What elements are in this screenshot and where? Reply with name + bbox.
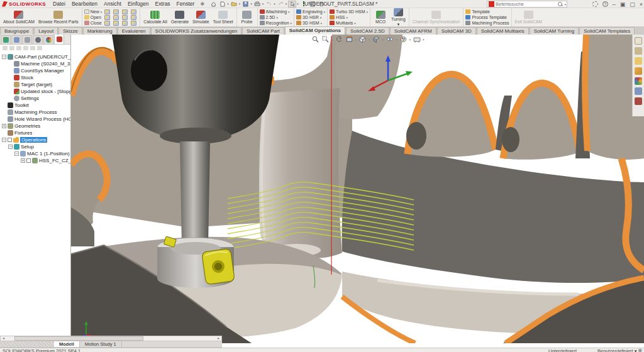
imachining-caret-icon[interactable]: ▾ (288, 10, 290, 14)
exit-solidcam-button[interactable]: Exit SolidCAM (514, 10, 543, 25)
tab-dimxpertmanager[interactable] (33, 35, 43, 44)
pin-menu-icon[interactable]: ✱ (197, 1, 207, 7)
graphics-area[interactable] (71, 35, 644, 343)
recognition-button[interactable]: Recognition▾ (260, 21, 292, 26)
tree-item-fixtures[interactable]: Fixtures (0, 129, 70, 136)
tab-solidcam-part[interactable]: SolidCAM Part (242, 27, 284, 35)
view-settings-icon[interactable] (413, 35, 421, 43)
part-doc-icon[interactable] (122, 21, 128, 26)
filter-icon[interactable] (16, 46, 21, 50)
save-caret-icon[interactable]: ▾ (250, 2, 252, 6)
tree-item-hole-wizard-process[interactable]: Hole Wizard Process (HOLE PROCESSES - SO… (0, 116, 70, 123)
command-search[interactable]: ▾ (487, 1, 567, 8)
generate-button[interactable]: Generate (170, 10, 190, 25)
select-tool-icon[interactable] (288, 1, 296, 8)
hide-show-items-icon[interactable] (386, 35, 394, 43)
save-icon[interactable] (242, 1, 250, 8)
assembly-doc-icon[interactable] (113, 21, 119, 26)
print-icon[interactable] (253, 1, 262, 8)
process-template-button[interactable]: Process Template (465, 15, 509, 20)
part-doc-icon[interactable] (104, 21, 110, 26)
tree-item-mac1[interactable]: −MAC 1 (1-Position) (0, 150, 70, 157)
part-doc-icon[interactable] (122, 9, 128, 14)
undo-icon[interactable] (265, 1, 273, 8)
tab-propertymanager[interactable] (11, 35, 21, 44)
machining-process-button[interactable]: Machining Process (465, 21, 509, 26)
tab-configurationmanager[interactable] (22, 35, 32, 44)
home-icon[interactable] (209, 1, 218, 8)
tab-layout[interactable]: Layout (34, 27, 58, 35)
tab-solidcam-multiaxis[interactable]: SolidCAM Multiaxis (477, 27, 529, 35)
menu-datei[interactable]: Datei (50, 1, 69, 7)
tab-drag-zone[interactable] (0, 341, 54, 347)
menu-fenster[interactable]: Fenster (174, 1, 198, 7)
multiaxis-button[interactable]: Multiaxis▾ (330, 21, 368, 26)
select-caret-icon[interactable]: ▾ (297, 2, 299, 6)
scroll-right-icon[interactable]: ▸ (216, 336, 221, 341)
tree-item-coordsys-manager[interactable]: CoordSys Manager (0, 67, 70, 74)
simulate-button[interactable]: Simulate (191, 10, 210, 25)
tab-evaluieren[interactable]: Evaluieren (118, 27, 150, 35)
tab-solidcam-3d[interactable]: SolidCAM 3D (437, 27, 476, 35)
undo-caret-icon[interactable]: ▾ (274, 2, 275, 6)
collapse-icon[interactable]: − (14, 151, 19, 156)
search-caret-icon[interactable]: ▾ (564, 3, 566, 6)
status-units-selector[interactable]: Benutzerdefiniert ▾ (597, 348, 637, 352)
tree-item-machining-process[interactable]: Machining Process (0, 109, 70, 116)
open-button[interactable]: Open (84, 15, 103, 20)
tab-solidcam-templates[interactable]: SolidCAM Templates (579, 27, 635, 35)
tree-item-setup[interactable]: −Setup (0, 143, 70, 150)
operation-checkbox[interactable] (26, 158, 31, 163)
search-input[interactable] (496, 1, 558, 7)
file-explorer-icon[interactable] (635, 57, 642, 65)
tab-markierung[interactable]: Markierung (83, 27, 117, 35)
assembly-doc-icon[interactable] (113, 9, 119, 14)
filter-icon[interactable] (23, 46, 28, 50)
minimize-button[interactable]: – (613, 1, 616, 8)
doc-icon[interactable] (131, 15, 136, 20)
tool-sheet-button[interactable]: Tool Sheet (211, 10, 234, 25)
close-button[interactable]: × (640, 1, 643, 8)
turbo-3d-hsm-button[interactable]: Turbo 3D HSM▾ (330, 9, 368, 14)
menu-ansicht[interactable]: Ansicht (101, 1, 125, 7)
section-view-icon[interactable] (345, 35, 353, 43)
tab-solidcam-afrm[interactable]: SolidCAM AFRM (390, 27, 436, 35)
op-25d-caret-icon[interactable]: ▾ (276, 16, 278, 19)
tab-solidcam-operations[interactable]: SolidCAM Operations (285, 26, 345, 35)
close-button[interactable]: Close (84, 21, 103, 26)
print-caret-icon[interactable]: ▾ (262, 2, 264, 6)
settings-gear-icon[interactable] (592, 1, 598, 7)
view-palette-icon[interactable] (635, 87, 642, 95)
redo-caret-icon[interactable]: ▾ (286, 2, 287, 6)
about-solidcam-button[interactable]: About SolidCAM (2, 10, 36, 25)
turbo-caret-icon[interactable]: ▾ (367, 10, 369, 14)
template-button[interactable]: Template (465, 9, 509, 14)
tab-solidcam-25d[interactable]: SolidCAM 2.5D (346, 27, 389, 35)
tree-item-operations[interactable]: −Operations (0, 136, 70, 143)
recognition-caret-icon[interactable]: ▾ (291, 21, 292, 25)
collapse-icon[interactable]: − (8, 145, 13, 149)
collapse-icon[interactable]: − (2, 138, 6, 142)
hss-caret-icon[interactable]: ▾ (347, 16, 348, 19)
doc-icon[interactable] (131, 21, 136, 26)
multiaxis-caret-icon[interactable]: ▾ (354, 21, 356, 25)
new-button[interactable]: New▾ (84, 9, 103, 14)
solidworks-resources-icon[interactable] (635, 37, 642, 45)
hsr-3d-button[interactable]: 3D HSR▾ (296, 15, 325, 20)
scroll-left-icon[interactable]: ◂ (1, 336, 6, 341)
filter-icon[interactable] (9, 46, 14, 50)
open-folder-icon[interactable] (230, 1, 238, 8)
tree-item-target[interactable]: Target (target) (0, 81, 70, 88)
turning-caret-icon[interactable]: ▾ (397, 22, 399, 26)
assembly-doc-icon[interactable] (113, 15, 119, 20)
tree-item-settings[interactable]: Settings (0, 95, 70, 102)
part-doc-icon[interactable] (104, 9, 110, 14)
zoom-fit-icon[interactable] (311, 35, 319, 43)
tab-solidworks-zusatzanwendungen[interactable]: SOLIDWORKS Zusatzanwendungen (151, 27, 242, 35)
restore-button[interactable]: ▢ (630, 1, 635, 8)
horizontal-scrollbar[interactable]: ◂ ▸ (0, 336, 222, 341)
tab-featuremanager[interactable] (1, 35, 11, 44)
part-doc-icon[interactable] (104, 15, 110, 20)
expand-icon[interactable]: + (21, 158, 25, 163)
tab-motion-study-1[interactable]: Motion Study 1 (80, 341, 122, 347)
